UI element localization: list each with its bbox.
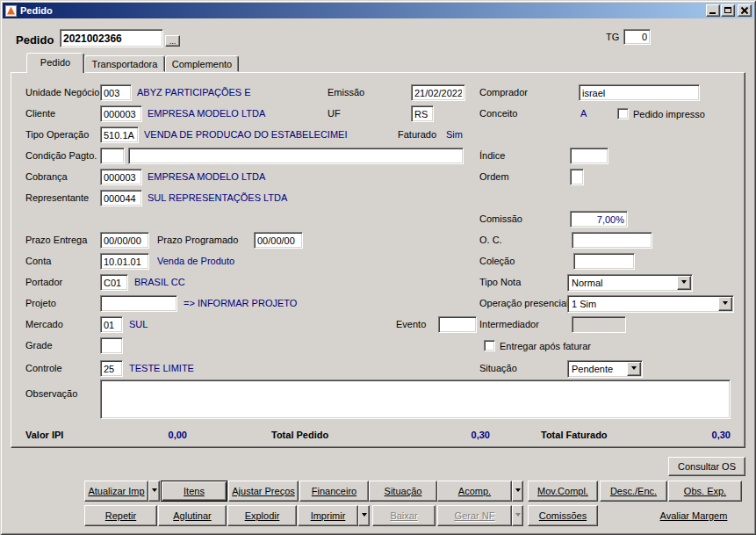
tab-complemento[interactable]: Complemento xyxy=(165,55,239,72)
desc-enc-button[interactable]: Desc./Enc. xyxy=(600,481,667,502)
tab-transportadora[interactable]: Transportadora xyxy=(84,55,165,72)
conceito-label: Conceito xyxy=(479,105,517,122)
evento-input[interactable] xyxy=(438,316,477,333)
pedido-lookup-button[interactable]: ... xyxy=(165,35,180,47)
ajustar-precos-label: Ajustar Preços xyxy=(232,486,295,496)
minimize-button[interactable] xyxy=(706,4,720,17)
ordem-input[interactable] xyxy=(570,169,584,185)
mercado-input[interactable] xyxy=(100,316,123,333)
repetir-button[interactable]: Repetir xyxy=(84,505,157,526)
itens-button[interactable]: Itens xyxy=(161,481,227,502)
gerar-nf-label: Gerar NF xyxy=(455,510,495,521)
checkbox-box-icon xyxy=(484,340,495,351)
tipo-nota-dropdown-button[interactable] xyxy=(677,276,691,290)
tipo-nota-label: Tipo Nota xyxy=(479,274,521,291)
prazo-entrega-input[interactable] xyxy=(100,232,149,249)
operacao-presencial-dropdown-button[interactable] xyxy=(718,297,732,311)
entregar-apos-faturar-checkbox[interactable]: Entregar após faturar xyxy=(484,337,591,354)
controle-input[interactable] xyxy=(100,360,123,377)
comprador-input[interactable] xyxy=(579,84,700,101)
faturado-value: Sim xyxy=(446,127,463,143)
baixar-button: Baixar xyxy=(372,505,436,526)
maximize-button[interactable] xyxy=(721,4,735,17)
situacao-select[interactable]: Pendente xyxy=(567,360,643,378)
obs-exp-button[interactable]: Obs. Exp. xyxy=(668,481,742,502)
valor-ipi-label: Valor IPI xyxy=(25,427,63,444)
condicao-pagto-code-input[interactable] xyxy=(100,148,125,164)
indice-label: Índice xyxy=(479,148,505,164)
imprimir-button[interactable]: Imprimir xyxy=(298,505,358,526)
representante-input[interactable] xyxy=(100,190,142,206)
prazo-programado-input[interactable] xyxy=(254,232,303,249)
mov-compl-button[interactable]: Mov.Compl. xyxy=(528,481,598,502)
gerar-nf-button: Gerar NF xyxy=(437,505,512,526)
dropdown-arrow-icon xyxy=(515,488,521,495)
prazo-entrega-label: Prazo Entrega xyxy=(25,232,87,249)
conta-input[interactable] xyxy=(100,253,149,270)
dropdown-arrow-icon xyxy=(681,280,687,286)
window-controls xyxy=(705,4,752,17)
comissao-input[interactable] xyxy=(570,211,628,228)
baixar-label: Baixar xyxy=(390,510,417,521)
uf-input[interactable] xyxy=(411,105,434,122)
grade-input[interactable] xyxy=(100,337,123,354)
atualizar-imp-button[interactable]: Atualizar Imp xyxy=(84,481,148,502)
portador-input[interactable] xyxy=(100,274,128,291)
condicao-pagto-desc-input[interactable] xyxy=(128,148,464,164)
projeto-input[interactable] xyxy=(100,295,177,312)
intermediador-input xyxy=(572,316,626,333)
representante-label: Representante xyxy=(25,190,89,206)
total-pedido-value: 0,30 xyxy=(411,427,490,444)
comprador-label: Comprador xyxy=(479,84,528,101)
titlebar: Pedido xyxy=(3,3,753,18)
acomp-button[interactable]: Acomp. xyxy=(437,481,512,502)
consultar-os-button[interactable]: Consultar OS xyxy=(668,457,745,476)
intermediador-label: Intermediador xyxy=(479,316,539,333)
observacao-textarea[interactable] xyxy=(100,380,731,419)
cliente-input[interactable] xyxy=(100,105,142,122)
emissao-input[interactable] xyxy=(411,84,465,101)
oc-input[interactable] xyxy=(572,232,652,249)
aglutinar-button[interactable]: Aglutinar xyxy=(158,505,227,526)
pedido-number-input[interactable] xyxy=(60,29,163,47)
conceito-value: A xyxy=(580,105,587,122)
checkbox-box-icon xyxy=(617,108,629,119)
itens-label: Itens xyxy=(184,486,205,496)
app-icon xyxy=(5,5,17,17)
imprimir-dropdown-button[interactable] xyxy=(358,505,370,526)
ajustar-precos-button[interactable]: Ajustar Preços xyxy=(228,481,299,502)
indice-input[interactable] xyxy=(570,148,608,164)
comissao-label: Comissão xyxy=(479,211,522,228)
situacao-dropdown-button[interactable] xyxy=(627,362,641,376)
cobranca-input[interactable] xyxy=(100,169,142,185)
close-button[interactable] xyxy=(738,4,752,17)
dropdown-arrow-icon xyxy=(362,513,367,519)
tg-input[interactable] xyxy=(623,29,651,45)
situacao-button[interactable]: Situação xyxy=(369,481,437,502)
tab-pedido[interactable]: Pedido xyxy=(26,53,84,73)
unidade-negocio-input[interactable] xyxy=(100,84,132,101)
operacao-presencial-label: Operação presencial xyxy=(479,295,569,312)
avaliar-margem-button[interactable]: Avaliar Margem xyxy=(645,505,742,526)
financeiro-button[interactable]: Financeiro xyxy=(299,481,369,502)
explodir-button[interactable]: Explodir xyxy=(227,505,297,526)
operacao-presencial-value: 1 Sim xyxy=(572,298,716,311)
entregar-apos-faturar-label: Entregar após faturar xyxy=(500,341,591,351)
explodir-label: Explodir xyxy=(245,510,280,521)
unidade-negocio-label: Unidade Negócio xyxy=(25,84,99,101)
dropdown-arrow-icon xyxy=(515,513,521,519)
observacao-label: Observação xyxy=(25,386,77,402)
pedido-impresso-checkbox[interactable]: Pedido impresso xyxy=(617,105,705,122)
operacao-presencial-select[interactable]: 1 Sim xyxy=(567,295,734,313)
comissoes-button[interactable]: Comissões xyxy=(528,505,598,526)
tipo-operacao-input[interactable] xyxy=(100,127,139,143)
minimize-icon xyxy=(709,12,716,14)
aglutinar-label: Aglutinar xyxy=(173,510,211,521)
acomp-dropdown-button[interactable] xyxy=(512,481,523,502)
tipo-nota-select[interactable]: Normal xyxy=(567,274,693,292)
colecao-input[interactable] xyxy=(573,253,635,270)
atualizar-imp-dropdown-button[interactable] xyxy=(148,481,160,502)
maximize-icon xyxy=(724,7,731,13)
desc-enc-label: Desc./Enc. xyxy=(610,486,657,496)
controle-desc: TESTE LIMITE xyxy=(129,360,287,377)
